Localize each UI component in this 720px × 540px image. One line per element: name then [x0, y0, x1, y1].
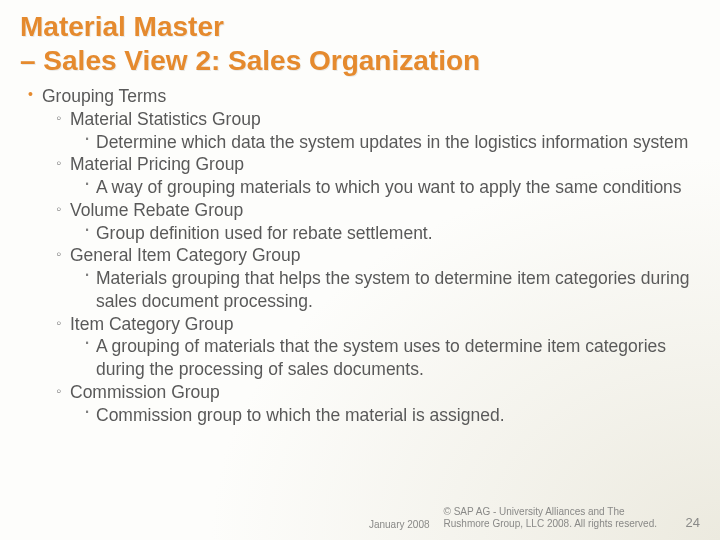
- list-item: Materials grouping that helps the system…: [84, 267, 700, 313]
- page-number: 24: [686, 515, 700, 530]
- group-desc: Materials grouping that helps the system…: [96, 268, 689, 311]
- list-item: Commission Group: [56, 381, 700, 404]
- footer-date: January 2008: [369, 519, 430, 530]
- group-name: Material Pricing Group: [70, 154, 244, 174]
- group-desc: A grouping of materials that the system …: [96, 336, 666, 379]
- group-desc: A way of grouping materials to which you…: [96, 177, 682, 197]
- footer-copyright: © SAP AG - University Alliances and The …: [444, 506, 664, 530]
- list-item: Volume Rebate Group: [56, 199, 700, 222]
- group-desc: Determine which data the system updates …: [96, 132, 688, 152]
- group-name: Volume Rebate Group: [70, 200, 243, 220]
- list-item: A grouping of materials that the system …: [84, 335, 700, 381]
- group-heading: Grouping Terms: [42, 86, 166, 106]
- list-item: A way of grouping materials to which you…: [84, 176, 700, 199]
- list-item: Group definition used for rebate settlem…: [84, 222, 700, 245]
- group-name: General Item Category Group: [70, 245, 301, 265]
- list-item: Material Statistics Group: [56, 108, 700, 131]
- slide: Material Master – Sales View 2: Sales Or…: [0, 0, 720, 540]
- footer: January 2008 © SAP AG - University Allia…: [320, 506, 700, 530]
- group-name: Item Category Group: [70, 314, 233, 334]
- list-item: Commission group to which the material i…: [84, 404, 700, 427]
- group-name: Material Statistics Group: [70, 109, 261, 129]
- list-item: Determine which data the system updates …: [84, 131, 700, 154]
- title-line-2: – Sales View 2: Sales Organization: [20, 45, 480, 76]
- group-desc: Group definition used for rebate settlem…: [96, 223, 433, 243]
- list-item: Material Pricing Group: [56, 153, 700, 176]
- list-item: Item Category Group: [56, 313, 700, 336]
- list-item: Grouping Terms: [28, 85, 700, 108]
- group-name: Commission Group: [70, 382, 220, 402]
- group-desc: Commission group to which the material i…: [96, 405, 505, 425]
- list-item: General Item Category Group: [56, 244, 700, 267]
- content-body: Grouping Terms Material Statistics Group…: [20, 85, 700, 426]
- slide-title: Material Master – Sales View 2: Sales Or…: [20, 10, 700, 77]
- title-line-1: Material Master: [20, 11, 224, 42]
